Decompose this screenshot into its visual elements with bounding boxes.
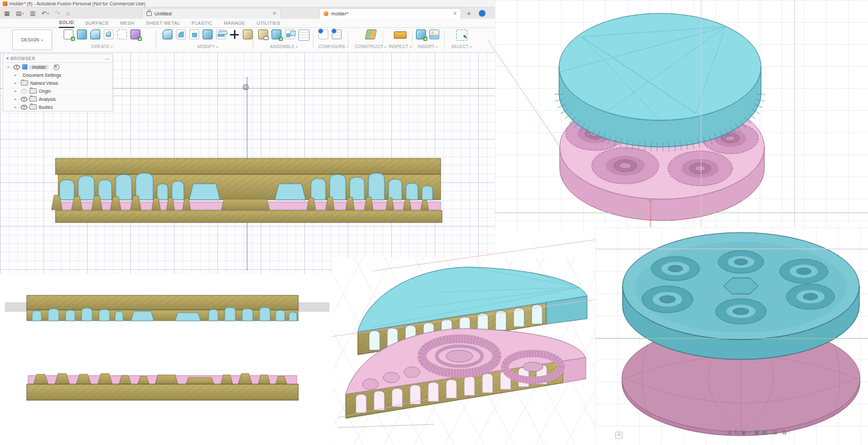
sweep-icon[interactable]: [104, 29, 114, 39]
minimize-icon[interactable]: —: [105, 56, 110, 61]
tab-molder[interactable]: molder* ×: [319, 8, 461, 19]
new-tab-button[interactable]: +: [464, 8, 473, 18]
visibility-eye-icon[interactable]: [21, 105, 27, 110]
ribbon-tab-utilities[interactable]: UTILITIES: [257, 19, 280, 28]
tab-label: molder*: [331, 11, 348, 17]
pan-icon[interactable]: ⊕: [727, 429, 732, 436]
joint-icon[interactable]: [272, 29, 282, 39]
close-tab-icon[interactable]: ×: [453, 11, 457, 17]
collapse-icon[interactable]: ◂: [6, 55, 9, 61]
group-configure: CONFIGURE ▾: [318, 29, 349, 51]
construct-plane-icon[interactable]: [364, 29, 376, 39]
browser-row-analysis[interactable]: ▸ Analysis: [3, 95, 112, 103]
comment-marker[interactable]: +: [615, 432, 623, 439]
browser-row-named-views[interactable]: ▸ Named Views: [3, 79, 112, 87]
expander-icon[interactable]: ▸: [15, 97, 19, 101]
folder-icon: [29, 104, 37, 110]
insert-canvas-icon[interactable]: [429, 29, 439, 39]
delete-icon[interactable]: [243, 29, 253, 39]
ribbon-tab-mesh[interactable]: MESH: [120, 19, 134, 28]
configuration-icon[interactable]: [318, 29, 328, 39]
root-label[interactable]: molder: [29, 65, 49, 69]
expander-icon[interactable]: ▸: [15, 73, 19, 77]
orbit-icon[interactable]: ↻: [734, 429, 740, 436]
rigid-group-icon[interactable]: [285, 29, 295, 39]
exploded-view-svg: [495, 0, 868, 231]
redo-icon[interactable]: ↷: [55, 10, 60, 17]
browser-row-bodies[interactable]: ▸ Bodies: [3, 103, 112, 111]
fusion-logo-icon: [3, 1, 7, 6]
upper-mold-body: [559, 13, 761, 147]
move-copy-icon[interactable]: [229, 29, 239, 39]
visibility-eye-icon[interactable]: [13, 65, 20, 69]
measure-icon[interactable]: [394, 31, 407, 39]
activate-radio-icon[interactable]: [53, 64, 60, 70]
expander-icon[interactable]: ▸: [15, 81, 19, 85]
visibility-eye-icon[interactable]: [21, 89, 27, 94]
ribbon-tab-surface[interactable]: SURFACE: [86, 19, 109, 28]
combine-icon[interactable]: [203, 29, 213, 39]
group-assemble: ASSEMBLE ▾: [258, 29, 310, 51]
viewports-icon[interactable]: ⊟: [782, 429, 787, 436]
folder-icon: [29, 88, 37, 94]
ribbon-tab-plastic[interactable]: PLASTIC: [191, 19, 212, 28]
folder-icon: [21, 80, 28, 86]
revolve-icon[interactable]: [90, 29, 100, 39]
ribbon-toolbar: DESIGN▾ CREATE ▾: [0, 28, 495, 53]
shell-icon[interactable]: [189, 29, 199, 39]
help-icon[interactable]: [479, 10, 485, 17]
open-mold-svg: [595, 227, 868, 445]
mold-cross-section-render: [50, 157, 445, 224]
create-sketch-icon[interactable]: [64, 29, 74, 39]
browser-row-root[interactable]: ▾ molder: [3, 63, 112, 71]
render-side-views: [0, 274, 334, 445]
press-pull-icon[interactable]: [162, 29, 173, 39]
workspace-selector[interactable]: DESIGN▾: [12, 29, 52, 50]
insert-derive-icon[interactable]: [416, 29, 426, 39]
render-open-mold-faces: + ⊕ ↻ ◉ ⌕ ▣ ▦▾ ⊞▾ ⊟▾: [595, 227, 868, 445]
browser-row-origin[interactable]: ▸ Origin: [3, 87, 112, 95]
ribbon-tab-manage[interactable]: MANAGE: [224, 19, 245, 28]
ribbon-tab-sheet-metal[interactable]: SHEET METAL: [146, 19, 180, 28]
lower-half-side-view: [20, 369, 308, 406]
quick-access-toolbar: ▦ ▤▾ ▥ ↶▾ ↷ ⌂: [4, 7, 70, 19]
half-section-svg: [332, 257, 596, 445]
extrude-icon[interactable]: [77, 29, 87, 39]
fillet-icon[interactable]: [176, 29, 186, 39]
group-inspect: INSPECT ▾: [387, 29, 413, 51]
new-component-icon[interactable]: [258, 29, 268, 39]
form-icon[interactable]: [130, 29, 140, 39]
home-icon[interactable]: ⌂: [66, 10, 70, 17]
window-title: molder* (ft) - Autodesk Fusion Personal …: [9, 1, 145, 6]
tab-untitled[interactable]: Untitled ×: [142, 8, 281, 19]
data-panel-icon[interactable]: ▦: [4, 10, 10, 17]
expander-icon[interactable]: ▸: [15, 105, 19, 109]
grid-snaps-icon[interactable]: ⊞: [772, 429, 777, 436]
document-cube-icon: [22, 64, 27, 69]
save-icon[interactable]: ▥: [30, 10, 36, 17]
upper-mold-cavity-face: [623, 233, 859, 359]
offset-face-icon[interactable]: [216, 29, 226, 39]
upper-half-side-view: [0, 293, 334, 327]
navigation-toolbar: ⊕ ↻ ◉ ⌕ ▣ ▦▾ ⊞▾ ⊟▾: [727, 428, 790, 436]
fit-icon[interactable]: ▣: [754, 429, 760, 436]
configuration-table-icon[interactable]: [332, 29, 342, 39]
fusion-3d-viewport[interactable]: ◂ BROWSER — ▾ molder ▸ Document Settings…: [0, 52, 495, 274]
file-menu-icon[interactable]: ▤▾: [16, 10, 24, 17]
parameters-icon[interactable]: [298, 29, 310, 41]
display-settings-icon[interactable]: ▦: [762, 429, 768, 436]
browser-header[interactable]: ◂ BROWSER —: [3, 54, 112, 63]
visibility-eye-icon[interactable]: [21, 97, 27, 102]
document-tab-bar: ▦ ▤▾ ▥ ↶▾ ↷ ⌂ Untitled × molder* × +: [0, 7, 495, 19]
browser-row-document-settings[interactable]: ▸ Document Settings: [3, 71, 112, 79]
select-icon[interactable]: [456, 29, 467, 41]
expander-icon[interactable]: ▸: [15, 89, 19, 93]
ribbon-tab-solid[interactable]: SOLID: [59, 19, 74, 28]
folder-icon: [29, 96, 37, 102]
close-tab-icon[interactable]: ×: [273, 11, 276, 17]
expander-icon[interactable]: ▾: [7, 65, 11, 69]
look-at-icon[interactable]: ◉: [741, 429, 746, 436]
zoom-icon[interactable]: ⌕: [748, 428, 752, 436]
undo-icon[interactable]: ↶▾: [41, 10, 49, 17]
pipe-icon[interactable]: [117, 29, 127, 39]
